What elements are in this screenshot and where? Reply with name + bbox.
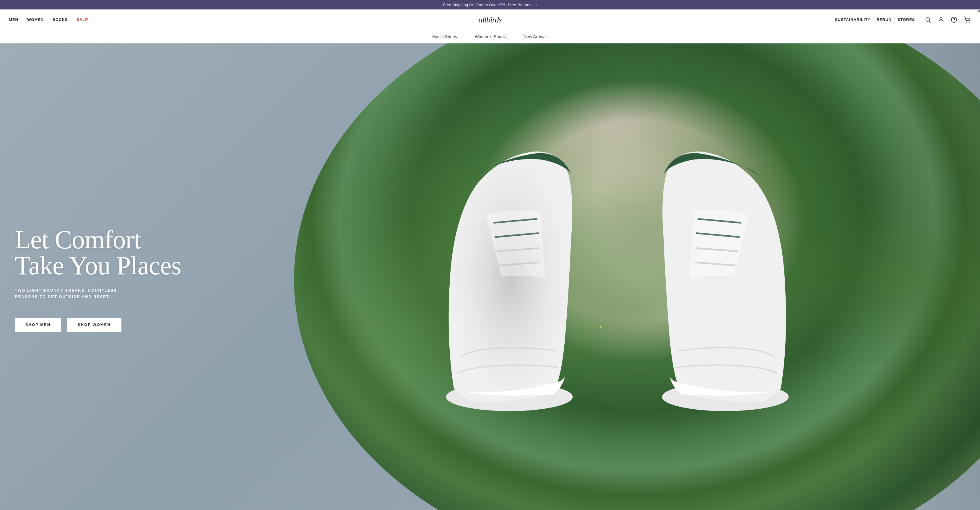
- nav-stores[interactable]: STORES: [897, 17, 915, 22]
- hero-buttons: SHOP MEN SHOP WOMEN: [15, 318, 181, 332]
- hero-subtitle: TWO LIGHT BOUNCY SNEAKS. COUNTLESSREASON…: [15, 288, 181, 300]
- logo[interactable]: allbirds: [478, 15, 501, 24]
- shop-women-button[interactable]: SHOP WOMEN: [67, 318, 121, 332]
- shop-men-button[interactable]: SHOP MEN: [15, 318, 61, 332]
- cart-icon[interactable]: 0: [963, 16, 971, 24]
- nav-men[interactable]: MEN: [9, 17, 18, 22]
- nav-socks[interactable]: SOCKS: [52, 17, 68, 22]
- hero-content: Let ComfortTake You Places TWO LIGHT BOU…: [0, 209, 196, 350]
- announcement-chevron[interactable]: ›: [536, 2, 537, 7]
- hero-title: Let ComfortTake You Places: [15, 227, 181, 279]
- svg-point-0: [926, 17, 930, 21]
- subnav-mens-shoes[interactable]: Men's Shoes: [432, 34, 457, 39]
- nav-left: MEN WOMEN SOCKS SALE: [9, 17, 490, 22]
- nav-sale[interactable]: SALE: [76, 17, 88, 22]
- help-icon[interactable]: [950, 16, 958, 24]
- nav-icons: 0: [924, 16, 971, 24]
- shoes-display: [333, 85, 902, 439]
- announcement-text: Free Shipping On Orders Over $75. Free R…: [443, 3, 532, 7]
- search-icon[interactable]: [924, 16, 932, 24]
- subnav-new-arrivals[interactable]: New Arrivals: [523, 34, 547, 39]
- svg-point-5: [966, 22, 966, 22]
- account-icon[interactable]: [937, 16, 945, 24]
- nav-sustainability[interactable]: SUSTAINABILITY: [835, 17, 871, 22]
- svg-line-1: [929, 21, 931, 22]
- nav-rerun[interactable]: RERUN: [877, 17, 892, 22]
- cart-count: 0: [978, 10, 980, 13]
- svg-point-6: [969, 22, 969, 22]
- subnav-womens-shoes[interactable]: Women's Shoes: [475, 34, 506, 39]
- shoe-right: [606, 120, 845, 421]
- hero-section: Let ComfortTake You Places TWO LIGHT BOU…: [0, 43, 980, 510]
- svg-point-2: [940, 17, 942, 19]
- main-nav: MEN WOMEN SOCKS SALE allbirds SUSTAINABI…: [0, 10, 980, 30]
- sub-nav: Men's Shoes Women's Shoes New Arrivals: [0, 30, 980, 43]
- right-shadow: [862, 43, 980, 510]
- nav-women[interactable]: WOMEN: [27, 17, 44, 22]
- nav-right: SUSTAINABILITY RERUN STORES: [490, 16, 971, 24]
- announcement-bar: Free Shipping On Orders Over $75. Free R…: [0, 0, 980, 10]
- shoe-left: [390, 120, 629, 421]
